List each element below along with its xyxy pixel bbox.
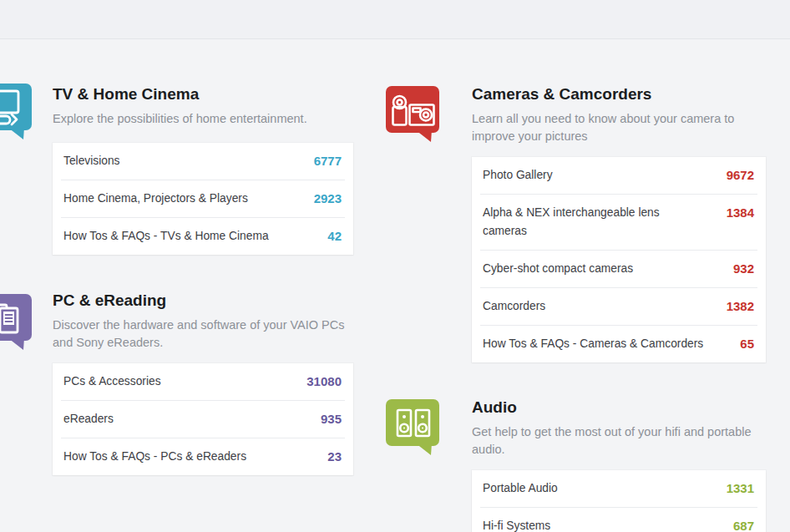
board-list: PCs & Accessories 31080 eReaders 935 How… <box>53 363 353 475</box>
board-row[interactable]: Home Cinema, Projectors & Players 2923 <box>53 180 353 217</box>
category-title[interactable]: TV & Home Cinema <box>53 84 353 105</box>
cameras-camcorders-icon[interactable] <box>386 86 439 144</box>
board-label: Alpha & NEX interchangeable lens cameras <box>483 204 691 241</box>
board-post-count: 1384 <box>727 204 754 222</box>
board-label: How Tos & FAQs - Cameras & Camcorders <box>483 335 703 353</box>
pc-ereading-icon[interactable] <box>0 294 32 352</box>
board-post-count: 687 <box>733 517 754 532</box>
board-row[interactable]: Cyber-shot compact cameras 932 <box>472 251 766 287</box>
board-list: Televisions 6777 Home Cinema, Projectors… <box>53 143 353 255</box>
board-label: Camcorders <box>483 297 545 316</box>
board-post-count: 2923 <box>314 190 342 208</box>
board-post-count: 23 <box>327 448 342 466</box>
speech-bubble <box>386 399 439 458</box>
category-section-tv-home-cinema: TV & Home Cinema Explore the possibiliti… <box>53 84 353 255</box>
board-list: Portable Audio 1331 Hi-fi Systems 687 <box>472 470 766 532</box>
board-post-count: 932 <box>733 260 754 278</box>
tv-home-cinema-icon[interactable] <box>0 84 32 142</box>
board-row[interactable]: Camcorders 1382 <box>472 288 766 325</box>
category-title[interactable]: Cameras & Camcorders <box>472 84 766 105</box>
board-list: Photo Gallery 9672 Alpha & NEX interchan… <box>472 157 766 362</box>
board-row[interactable]: Portable Audio 1331 <box>472 470 766 507</box>
board-row[interactable]: How Tos & FAQs - TVs & Home Cinema 42 <box>53 218 353 255</box>
board-post-count: 1382 <box>727 297 754 316</box>
category-title[interactable]: PC & eReading <box>53 290 353 312</box>
category-description: Get help to get the most out of your hif… <box>472 423 766 459</box>
board-row[interactable]: Alpha & NEX interchangeable lens cameras… <box>472 195 766 250</box>
board-row[interactable]: PCs & Accessories 31080 <box>53 363 353 400</box>
board-label: PCs & Accessories <box>63 372 161 391</box>
board-row[interactable]: How Tos & FAQs - Cameras & Camcorders 65 <box>472 326 766 362</box>
board-post-count: 42 <box>327 227 342 246</box>
board-label: How Tos & FAQs - PCs & eReaders <box>63 448 246 466</box>
page: TV & Home Cinema Explore the possibiliti… <box>0 0 790 532</box>
board-post-count: 935 <box>321 410 342 428</box>
pc-ereader-glyph <box>0 305 18 332</box>
board-label: Portable Audio <box>483 479 558 498</box>
board-post-count: 9672 <box>727 166 754 185</box>
board-label: Photo Gallery <box>483 166 553 185</box>
board-label: Home Cinema, Projectors & Players <box>63 190 248 208</box>
board-label: Televisions <box>63 152 119 170</box>
board-row[interactable]: Photo Gallery 9672 <box>472 157 766 194</box>
category-description: Learn all you need to know about your ca… <box>472 110 766 145</box>
board-label: Hi-fi Systems <box>483 517 550 532</box>
speech-bubble <box>386 86 439 144</box>
speech-bubble <box>0 84 32 142</box>
category-section-pc-ereading: PC & eReading Discover the hardware and … <box>53 290 353 475</box>
board-label: eReaders <box>63 410 114 428</box>
board-row[interactable]: How Tos & FAQs - PCs & eReaders 23 <box>53 438 353 475</box>
board-row[interactable]: Televisions 6777 <box>53 143 353 180</box>
board-row[interactable]: eReaders 935 <box>53 401 353 438</box>
board-post-count: 6777 <box>314 152 342 170</box>
board-row[interactable]: Hi-fi Systems 687 <box>472 508 766 532</box>
category-description: Discover the hardware and software of yo… <box>53 317 353 352</box>
audio-icon[interactable] <box>386 399 439 458</box>
header-bar <box>0 0 790 39</box>
speech-bubble <box>0 294 32 352</box>
category-description: Explore the possibilities of home entert… <box>53 110 353 128</box>
category-title[interactable]: Audio <box>472 397 766 418</box>
board-post-count: 1331 <box>727 479 754 498</box>
board-post-count: 31080 <box>306 372 342 391</box>
category-section-audio: Audio Get help to get the most out of yo… <box>472 397 766 532</box>
board-post-count: 65 <box>740 335 754 353</box>
board-label: How Tos & FAQs - TVs & Home Cinema <box>63 227 269 246</box>
board-label: Cyber-shot compact cameras <box>483 260 633 278</box>
category-section-cameras-camcorders: Cameras & Camcorders Learn all you need … <box>472 84 766 362</box>
